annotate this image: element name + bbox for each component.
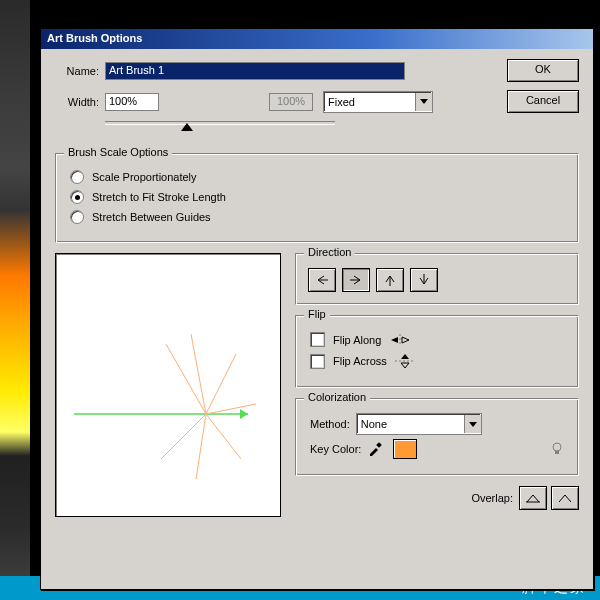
direction-legend: Direction: [304, 246, 355, 258]
flip-across-checkbox[interactable]: Flip Across: [310, 353, 564, 369]
brush-preview: [55, 253, 281, 517]
svg-line-8: [161, 414, 206, 459]
name-input[interactable]: Art Brush 1: [105, 62, 405, 80]
flip-fieldset: Flip Flip Along Flip Across: [295, 315, 579, 388]
key-color-swatch[interactable]: [393, 439, 417, 459]
svg-rect-13: [555, 451, 559, 454]
flip-along-checkbox[interactable]: Flip Along: [310, 332, 564, 347]
svg-point-12: [553, 443, 561, 451]
svg-rect-11: [377, 442, 383, 448]
width-label: Width:: [55, 96, 99, 108]
method-label: Method:: [310, 418, 350, 430]
method-select[interactable]: None: [356, 413, 482, 435]
slider-handle-icon[interactable]: [181, 123, 193, 131]
overlap-join-button[interactable]: [551, 486, 579, 510]
chevron-down-icon: [415, 93, 432, 111]
direction-up-button[interactable]: [376, 268, 404, 292]
flip-legend: Flip: [304, 308, 330, 320]
background-strip: [0, 0, 30, 600]
svg-line-2: [166, 344, 206, 414]
art-brush-options-dialog: Art Brush Options Name: Art Brush 1 OK W…: [40, 28, 594, 590]
brush-scale-fieldset: Brush Scale Options Scale Proportionatel…: [55, 153, 579, 243]
cancel-button[interactable]: Cancel: [507, 90, 579, 113]
overlap-label: Overlap:: [471, 492, 513, 504]
svg-line-7: [196, 414, 206, 479]
direction-fieldset: Direction: [295, 253, 579, 305]
width-slider[interactable]: [105, 121, 335, 135]
radio-stretch-fit[interactable]: Stretch to Fit Stroke Length: [70, 190, 564, 204]
direction-left-button[interactable]: [308, 268, 336, 292]
direction-down-button[interactable]: [410, 268, 438, 292]
direction-right-button[interactable]: [342, 268, 370, 292]
flip-across-icon: [395, 353, 415, 369]
eyedropper-icon[interactable]: [367, 441, 383, 457]
dialog-titlebar[interactable]: Art Brush Options: [41, 29, 593, 49]
radio-scale-proportionately[interactable]: Scale Proportionately: [70, 170, 564, 184]
key-color-label: Key Color:: [310, 443, 361, 455]
svg-line-5: [206, 404, 256, 414]
svg-line-4: [206, 354, 236, 414]
width-input[interactable]: 100%: [105, 93, 159, 111]
svg-line-6: [206, 414, 241, 459]
svg-marker-1: [240, 409, 248, 419]
colorization-fieldset: Colorization Method: None Key Color:: [295, 398, 579, 476]
svg-line-3: [191, 334, 206, 414]
radio-stretch-guides[interactable]: Stretch Between Guides: [70, 210, 564, 224]
width-readonly: 100%: [269, 93, 313, 111]
width-mode-select[interactable]: Fixed: [323, 91, 433, 113]
brush-scale-legend: Brush Scale Options: [64, 146, 172, 158]
chevron-down-icon: [464, 415, 481, 433]
tips-bulb-icon[interactable]: [550, 442, 564, 456]
colorization-legend: Colorization: [304, 391, 370, 403]
name-label: Name:: [55, 65, 99, 77]
ok-button[interactable]: OK: [507, 59, 579, 82]
overlap-none-button[interactable]: [519, 486, 547, 510]
flip-along-icon: [389, 334, 411, 346]
